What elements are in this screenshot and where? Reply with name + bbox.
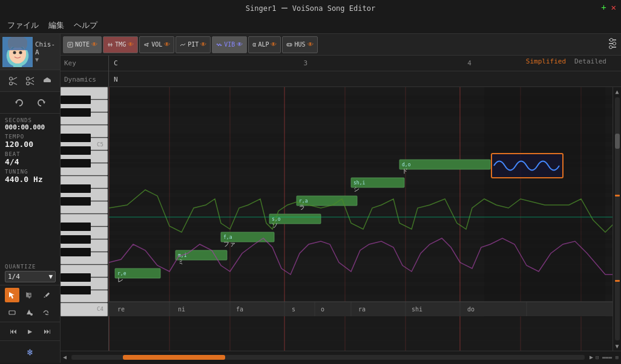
- svg-rect-25: [9, 311, 15, 314]
- redo-button[interactable]: [33, 94, 50, 111]
- svg-point-4: [13, 51, 16, 54]
- freeze-tool[interactable]: ❄: [23, 345, 38, 359]
- avatar: [2, 37, 33, 67]
- svg-text:ド: ド: [402, 167, 408, 174]
- dynamics-label: Dynamics: [64, 76, 96, 83]
- tuning-value: 440.0 Hz: [5, 175, 55, 184]
- svg-line-9: [13, 77, 17, 80]
- tmg-eye-icon: 👁: [128, 41, 134, 48]
- svg-text:r,e: r,e: [117, 271, 126, 276]
- svg-point-5: [19, 51, 22, 54]
- beat-section: BEAT 4/4: [5, 151, 55, 166]
- menu-edit[interactable]: 編集: [48, 20, 64, 31]
- key-label: Key: [64, 59, 76, 67]
- key-value: C: [114, 59, 118, 67]
- svg-rect-68: [61, 184, 91, 193]
- svg-text:ラ: ラ: [299, 204, 305, 210]
- select-tool[interactable]: [5, 288, 19, 302]
- hus-button[interactable]: HUS 👁: [282, 36, 317, 53]
- scissor-icon[interactable]: [6, 74, 21, 88]
- scroll-up-arrow[interactable]: ▲: [614, 87, 620, 96]
- roll-canvas[interactable]: r,e レ m,i ミ f,a ファ s,o ソ: [109, 87, 613, 351]
- menu-help[interactable]: ヘルプ: [74, 20, 97, 31]
- key-row: C 3 4 Simplified Detailed: [109, 56, 621, 71]
- right-area: NOTE 👁 TMG 👁 VOL 👁 PIT 👁 VIB 👁: [61, 34, 621, 363]
- svg-text:ni: ni: [178, 306, 185, 313]
- scroll-right-arrow[interactable]: ▶: [590, 354, 593, 360]
- cut2-icon[interactable]: [23, 74, 38, 88]
- vol-button[interactable]: VOL 👁: [139, 36, 174, 53]
- alp-eye-icon: 👁: [271, 41, 277, 48]
- beat-value: 4/4: [5, 157, 55, 166]
- timeline-marker-3: 3: [303, 59, 307, 67]
- link-tool[interactable]: [39, 305, 53, 319]
- svg-rect-71: [61, 235, 91, 244]
- timeline-area: C 3 4 Simplified Detailed N: [109, 56, 621, 86]
- tuning-label: TUNING: [5, 169, 55, 175]
- svg-text:ra: ra: [358, 306, 366, 313]
- vib-button[interactable]: VIB 👁: [212, 36, 247, 53]
- tempo-section: TEMPO 120.00: [5, 134, 55, 149]
- svg-rect-67: [61, 159, 91, 167]
- play-button[interactable]: ▶: [24, 325, 37, 338]
- key-dynamics-labels: Key Dynamics: [61, 56, 109, 86]
- vol-eye-icon: 👁: [164, 41, 170, 48]
- svg-rect-72: [61, 248, 91, 256]
- eraser-tool[interactable]: [5, 305, 19, 319]
- pencil-tool[interactable]: [39, 288, 53, 302]
- svg-line-10: [13, 82, 17, 85]
- accent-icon[interactable]: [40, 74, 54, 88]
- timeline-marker-4: 4: [467, 59, 472, 67]
- svg-rect-74: [61, 286, 91, 294]
- note-label: NOTE: [75, 41, 90, 48]
- singer-dropdown[interactable]: ▼: [35, 56, 58, 63]
- tmg-button[interactable]: TMG 👁: [103, 36, 138, 53]
- svg-text:C5: C5: [97, 141, 104, 148]
- close-button[interactable]: ✕: [611, 2, 616, 12]
- simplified-button[interactable]: Simplified: [524, 57, 568, 66]
- svg-point-7: [9, 77, 12, 80]
- fill-tool[interactable]: [22, 305, 36, 319]
- forward-button[interactable]: ⏭: [41, 325, 54, 338]
- scroll-left-arrow[interactable]: ◀: [63, 354, 67, 360]
- tempo-label: TEMPO: [5, 134, 55, 140]
- svg-text:fa: fa: [236, 306, 243, 313]
- horizontal-scroll-track[interactable]: [71, 355, 585, 360]
- seconds-value: 000:00.000: [5, 123, 55, 131]
- vertical-scroll-track[interactable]: [615, 97, 620, 340]
- vol-label: VOL: [151, 41, 162, 48]
- move-tool[interactable]: [22, 288, 36, 302]
- svg-line-15: [32, 80, 34, 82]
- svg-text:o: o: [321, 306, 324, 313]
- seconds-label: SECONDS: [5, 117, 55, 123]
- tempo-value: 120.00: [5, 140, 55, 149]
- svg-line-34: [148, 43, 149, 44]
- vertical-scrollbar[interactable]: ▲ ▼: [613, 87, 621, 351]
- menu-file[interactable]: ファイル: [7, 20, 39, 31]
- svg-rect-122: [399, 160, 490, 169]
- alp-button[interactable]: α ALP 👁: [248, 36, 281, 53]
- header-row: Key Dynamics C 3 4 Simplified Detaile: [61, 56, 621, 87]
- window-controls: + ✕: [601, 2, 616, 12]
- toolbar-right: [606, 35, 619, 54]
- toolbar: NOTE 👁 TMG 👁 VOL 👁 PIT 👁 VIB 👁: [61, 34, 621, 56]
- vertical-scroll-thumb: [615, 134, 620, 149]
- undo-button[interactable]: [11, 94, 28, 111]
- piano-keyboard: C5 C4: [61, 87, 109, 351]
- svg-marker-18: [15, 102, 18, 104]
- svg-text:s: s: [292, 306, 295, 313]
- quantize-area: QUANTIZE 1/4 ▼: [0, 261, 60, 285]
- svg-text:shi: shi: [412, 306, 422, 313]
- minimize-button[interactable]: +: [601, 2, 606, 12]
- rewind-button[interactable]: ⏮: [7, 325, 20, 338]
- hus-label: HUS: [294, 41, 305, 48]
- scroll-down-arrow[interactable]: ▼: [614, 342, 620, 351]
- svg-marker-19: [43, 102, 45, 104]
- svg-text:レ: レ: [117, 276, 123, 283]
- menubar: ファイル 編集 ヘルプ: [0, 17, 621, 34]
- quantize-select[interactable]: 1/4 ▼: [5, 271, 56, 282]
- detailed-button[interactable]: Detailed: [572, 57, 609, 66]
- pit-button[interactable]: PIT 👁: [176, 36, 211, 53]
- note-button[interactable]: NOTE 👁: [63, 36, 102, 53]
- snow-area: ❄: [0, 340, 60, 363]
